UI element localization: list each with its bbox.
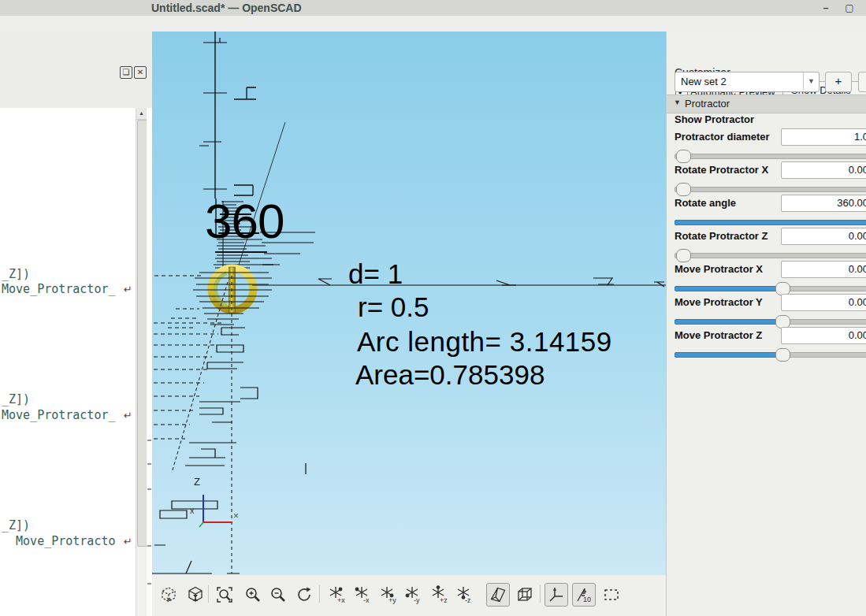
move-protractor-y-slider[interactable] xyxy=(675,315,866,327)
menu-strip xyxy=(0,16,866,32)
customizer-panel: Customizer ✔ Automatic Preview Show Deta… xyxy=(666,32,866,616)
rotate-protractor-x-input[interactable]: 0.00 xyxy=(781,161,866,179)
move-protractor-x-slider[interactable] xyxy=(675,282,866,294)
code-line: Move_Protracto xyxy=(2,534,116,548)
move-protractor-y-input[interactable]: 0.00 xyxy=(781,294,866,311)
move-protractor-z-slider[interactable] xyxy=(675,348,866,360)
param-label-move-x: Move Protractor X xyxy=(675,263,779,275)
code-line: Move_Protractor_ xyxy=(2,408,116,422)
3d-viewport[interactable]: 360 d= 1 r= 0.5 Arc length= 3.14159 Area… xyxy=(152,32,666,575)
collapse-triangle-icon: ▼ xyxy=(674,98,681,106)
diameter-label: d= 1 xyxy=(348,258,403,290)
protractor-section-header[interactable]: ▼ Protractor xyxy=(667,95,866,113)
code-line: _Z]) xyxy=(2,392,30,406)
add-preset-button[interactable]: + xyxy=(825,72,852,92)
param-label-rotate-z: Rotate Protractor Z xyxy=(675,230,779,242)
param-label-move-y: Move Protractor Y xyxy=(675,296,779,308)
section-title: Protractor xyxy=(685,98,730,109)
axis-sub: +y xyxy=(388,596,396,604)
preset-value: New set 2 xyxy=(681,76,727,87)
param-label-rotate-angle: Rotate angle xyxy=(675,197,779,209)
view-plus-x-button[interactable]: +x xyxy=(325,583,349,607)
render-button[interactable] xyxy=(184,583,207,607)
param-label-move-z: Move Protractor Z xyxy=(675,329,779,341)
toolbar-separator xyxy=(208,585,209,603)
show-crosshairs-button[interactable] xyxy=(600,583,623,607)
rotate-protractor-x-slider[interactable] xyxy=(675,183,866,195)
code-line: _Z]) xyxy=(2,267,30,281)
editor-scrollbar[interactable]: ▲ xyxy=(136,108,147,616)
chevron-down-icon[interactable]: ▼ xyxy=(803,72,819,90)
axis-sub: +z xyxy=(440,596,448,604)
protractor-diameter-input[interactable]: 1.0 xyxy=(781,128,866,146)
show-axes-button[interactable] xyxy=(545,583,568,607)
editor-annotation-strip xyxy=(147,108,152,616)
axis-sub: -z xyxy=(465,596,471,604)
axis-x-end-label: × xyxy=(233,510,239,521)
maximize-button[interactable]: ▢ xyxy=(843,3,856,13)
editor-float-icon[interactable]: ❏ xyxy=(120,66,132,79)
view-toolbar: » +x -x +y -y +z xyxy=(152,575,666,610)
line-wrap-icon: ↵ xyxy=(124,410,132,421)
scroll-up-icon[interactable]: ▲ xyxy=(136,108,147,120)
code-editor[interactable]: _Z]) Move_Protractor_ ↵ _Z]) Move_Protra… xyxy=(0,108,136,616)
view-minus-x-button[interactable]: -x xyxy=(351,583,375,607)
param-label-rotate-x: Rotate Protractor X xyxy=(675,164,779,176)
rotate-protractor-z-input[interactable]: 0.00 xyxy=(781,228,866,245)
zoom-out-button[interactable] xyxy=(266,583,290,607)
toolbar-separator xyxy=(540,585,541,603)
editor-dock: ❏ ✕ _Z]) Move_Protractor_ ↵ _Z]) Move_Pr… xyxy=(0,32,152,616)
axis-sub: -x xyxy=(363,596,370,604)
move-protractor-z-input[interactable]: 0.00 xyxy=(781,327,866,344)
window-title: Untitled.scad* — OpenSCAD xyxy=(151,2,302,14)
code-line: Move_Protractor_ xyxy=(2,282,116,296)
preview-chevrons: » xyxy=(166,594,171,603)
perspective-view-button[interactable] xyxy=(486,583,510,607)
rotate-angle-slider[interactable] xyxy=(675,216,866,228)
title-bar[interactable]: Untitled.scad* — OpenSCAD – ▢ xyxy=(0,0,866,17)
axis-sub: -y xyxy=(414,596,420,604)
view-minus-y-button[interactable]: -y xyxy=(402,583,426,607)
reset-view-button[interactable] xyxy=(292,583,316,607)
rotate-protractor-z-slider[interactable] xyxy=(675,249,866,261)
view-plus-y-button[interactable]: +y xyxy=(377,583,400,607)
line-wrap-icon: ↵ xyxy=(124,536,132,547)
orthogonal-view-button[interactable] xyxy=(513,583,537,607)
area-label: Area=0.785398 xyxy=(355,359,545,391)
scale-ten-label: 10 xyxy=(583,596,591,603)
angle-readout-label: 360 xyxy=(205,193,284,249)
arc-length-label: Arc length= 3.14159 xyxy=(357,326,612,358)
openscad-window: Untitled.scad* — OpenSCAD – ▢ ❏ ✕ _Z]) M… xyxy=(0,0,866,616)
view-plus-z-button[interactable]: +z xyxy=(428,583,452,607)
protractor-diameter-slider[interactable] xyxy=(675,150,866,161)
toolbar-separator xyxy=(319,585,320,603)
save-preset-button[interactable] xyxy=(858,72,866,92)
param-label-show-protractor: Show Protractor xyxy=(675,113,864,125)
line-wrap-icon: ↵ xyxy=(124,284,132,295)
show-scale-markers-button[interactable]: 10 xyxy=(572,583,596,607)
zoom-in-button[interactable] xyxy=(241,583,265,607)
preview-button[interactable]: » xyxy=(157,583,180,607)
axis-z-label: Z xyxy=(194,476,200,488)
axis-x-label: x xyxy=(190,506,195,515)
minimize-button[interactable]: – xyxy=(820,3,832,13)
radius-label: r= 0.5 xyxy=(358,291,429,323)
zoom-all-button[interactable] xyxy=(213,583,236,607)
axis-sub: +x xyxy=(337,596,345,604)
move-protractor-x-input[interactable]: 0.00 xyxy=(781,261,866,278)
preset-combobox[interactable]: New set 2 ▼ xyxy=(675,72,820,92)
view-minus-z-button[interactable]: -z xyxy=(453,583,477,607)
code-line: _Z]) xyxy=(2,518,30,533)
param-label-protractor-diameter: Protractor diameter xyxy=(675,131,779,143)
rotate-angle-input[interactable]: 360.00 xyxy=(781,195,866,212)
editor-close-icon[interactable]: ✕ xyxy=(134,66,147,79)
